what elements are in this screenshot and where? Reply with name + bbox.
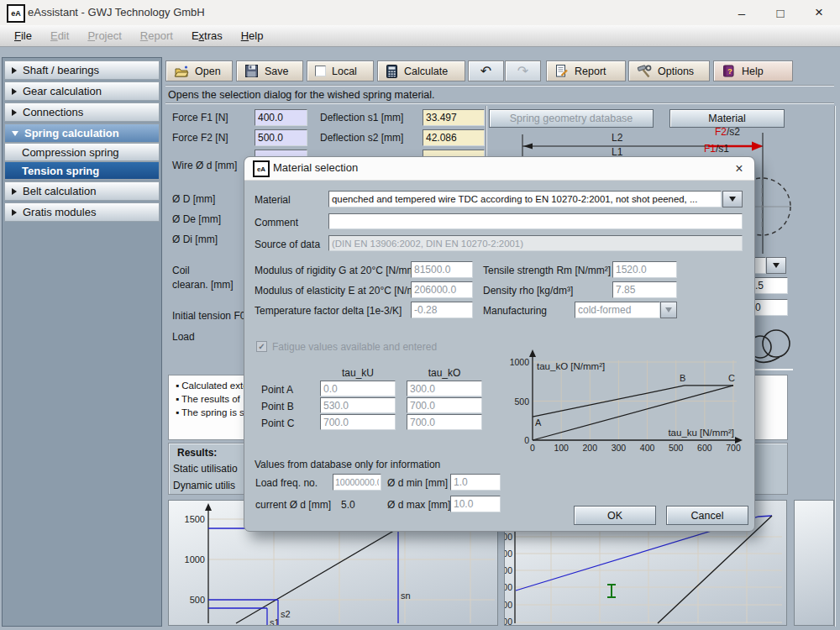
svg-text:600: 600 xyxy=(505,532,512,542)
point-c-tau-ku-field[interactable] xyxy=(320,414,396,430)
sidebar-item-compression-spring[interactable]: Compression spring xyxy=(4,143,160,161)
menu-edit[interactable]: Edit xyxy=(41,29,78,42)
report-button-label: Report xyxy=(575,66,606,77)
force-f2-input[interactable] xyxy=(255,129,307,146)
save-button-label: Save xyxy=(265,66,289,77)
open-button[interactable]: Open xyxy=(165,60,233,81)
menu-help[interactable]: Help xyxy=(232,29,273,42)
help-book-icon: ? xyxy=(722,64,736,78)
d-min-label: Ø d min [mm] xyxy=(387,477,448,489)
initial-tension-label: Initial tension F0 xyxy=(172,310,245,322)
material-combobox[interactable]: quenched and tempered wire TDC according… xyxy=(328,191,722,207)
calculate-button[interactable]: Calculate xyxy=(377,60,465,81)
report-button[interactable]: Report xyxy=(546,60,626,81)
point-a-tau-ko-field[interactable] xyxy=(407,381,482,396)
d-min-field[interactable] xyxy=(450,474,501,491)
minimize-button[interactable]: – xyxy=(722,0,761,25)
chevron-down-icon xyxy=(729,197,736,202)
cancel-button[interactable]: Cancel xyxy=(666,506,748,525)
svg-text:200: 200 xyxy=(505,600,512,610)
svg-text:0: 0 xyxy=(530,443,535,453)
load-freq-field[interactable] xyxy=(333,474,381,491)
menu-extras[interactable]: Extras xyxy=(182,29,232,42)
chevron-right-icon xyxy=(12,188,17,195)
options-button[interactable]: Options xyxy=(628,60,710,81)
d-max-field[interactable] xyxy=(450,496,501,512)
sidebar-item-tension-spring[interactable]: Tension spring xyxy=(4,161,160,180)
material-combobox-arrow[interactable] xyxy=(722,191,743,207)
sidebar-item-connections[interactable]: Connections xyxy=(4,102,160,122)
sidebar-item-gratis-modules[interactable]: Gratis modules xyxy=(4,202,160,222)
load-label: Load xyxy=(172,331,195,343)
dialog-close-button[interactable]: × xyxy=(730,160,748,178)
svg-text:s2: s2 xyxy=(281,609,291,619)
chevron-right-icon xyxy=(12,209,17,216)
comment-input[interactable] xyxy=(328,213,743,229)
deflection-s1-output xyxy=(423,109,485,126)
menu-project[interactable]: Project xyxy=(78,29,130,42)
sidebar-item-label: Tension spring xyxy=(22,165,99,177)
source-of-data-field xyxy=(328,235,743,251)
point-c-label: Point C xyxy=(261,417,294,429)
sidebar-item-spring-calculation[interactable]: Spring calculation xyxy=(4,123,160,143)
options-button-label: Options xyxy=(658,66,694,77)
temperature-factor-label: Temperature factor delta [1e-3/K] xyxy=(255,305,402,317)
force-f1-label: Force F1 [N] xyxy=(172,112,228,123)
dim-l2-label: L2 xyxy=(612,132,623,144)
local-checkbox[interactable] xyxy=(315,66,326,76)
save-button[interactable]: Save xyxy=(236,60,303,81)
temperature-factor-field[interactable] xyxy=(411,302,473,318)
window-title: eAssistant - GWJ Technology GmbH xyxy=(28,6,205,18)
manufacturing-select[interactable]: cold-formed xyxy=(575,302,660,318)
sidebar-item-label: Gear calculation xyxy=(23,85,102,97)
point-c-tau-ko-field[interactable] xyxy=(407,414,482,430)
redo-button[interactable]: ↷ xyxy=(505,60,541,81)
svg-text:1000: 1000 xyxy=(185,554,205,564)
sidebar-item-gear-calculation[interactable]: Gear calculation xyxy=(4,81,160,101)
source-of-data-label: Source of data xyxy=(255,239,320,250)
sidebar-item-belt-calculation[interactable]: Belt calculation xyxy=(4,181,160,201)
load-freq-label: Load freq. no. xyxy=(255,477,318,489)
svg-text:C: C xyxy=(728,373,735,383)
sidebar-item-shaft-bearings[interactable]: Shaft / bearings xyxy=(4,60,160,80)
d-max-label: Ø d max [mm] xyxy=(387,499,450,511)
undo-button[interactable]: ↶ xyxy=(468,60,504,81)
menubar: File Edit Project Report Extras Help xyxy=(0,25,840,47)
ok-button[interactable]: OK xyxy=(574,506,656,525)
local-checkbox-label: Local xyxy=(332,66,357,77)
chevron-right-icon xyxy=(12,67,17,74)
close-button[interactable]: × xyxy=(800,0,838,25)
status-hint-text: Opens the selection dialog for the wishe… xyxy=(168,89,435,101)
tensile-strength-field[interactable] xyxy=(612,261,677,278)
svg-text:B: B xyxy=(680,373,685,383)
maximize-button[interactable]: □ xyxy=(761,0,800,25)
calculator-icon xyxy=(386,64,398,79)
redo-icon: ↷ xyxy=(517,63,528,79)
modulus-elasticity-field[interactable] xyxy=(411,281,473,298)
sidebar-item-label: Connections xyxy=(23,106,83,118)
force-f1-input[interactable] xyxy=(255,109,307,126)
tensile-strength-label: Tensile strength Rm [N/mm²] xyxy=(483,265,611,276)
app-icon: eA xyxy=(7,4,25,23)
svg-text:400: 400 xyxy=(640,443,655,453)
point-b-tau-ku-field[interactable] xyxy=(320,397,396,413)
density-field[interactable] xyxy=(612,281,677,298)
wire-d-label: Wire Ø d [mm] xyxy=(172,160,237,171)
point-b-tau-ko-field[interactable] xyxy=(407,397,482,413)
local-toggle[interactable]: Local xyxy=(307,60,374,81)
modulus-rigidity-field[interactable] xyxy=(411,261,473,278)
menu-report[interactable]: Report xyxy=(131,29,182,42)
toolbar-separator xyxy=(165,85,834,87)
manufacturing-select-arrow[interactable] xyxy=(660,302,677,318)
point-b-label: Point B xyxy=(261,401,294,412)
menu-file[interactable]: File xyxy=(5,29,41,42)
sidebar-item-label: Spring calculation xyxy=(24,127,119,139)
point-a-tau-ku-field[interactable] xyxy=(320,381,396,396)
modulus-rigidity-label: Modulus of rigidity G at 20°C [N/mm²] xyxy=(255,265,422,276)
coil-clearance-label-2: clearan. [mm] xyxy=(172,279,234,291)
help-button[interactable]: ? Help xyxy=(713,60,793,81)
current-d-value: 5.0 xyxy=(341,499,355,511)
help-button-label: Help xyxy=(742,66,764,77)
fatigue-values-checkbox[interactable]: ✓ xyxy=(256,341,267,352)
application-window: eA eAssistant - GWJ Technology GmbH – □ … xyxy=(0,0,840,630)
